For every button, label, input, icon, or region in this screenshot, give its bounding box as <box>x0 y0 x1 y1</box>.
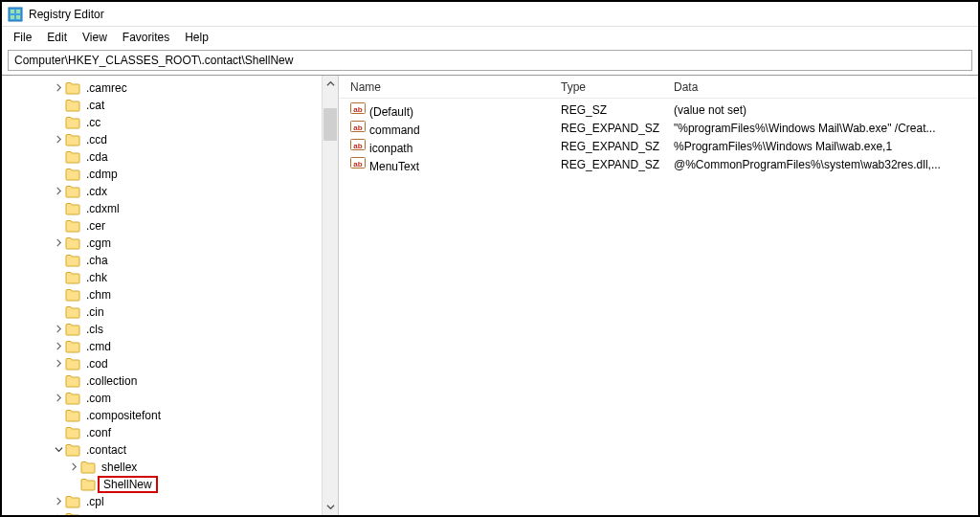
tree-item-label: .compositefont <box>84 409 163 422</box>
tree-item-label: .chk <box>84 271 109 284</box>
tree-item[interactable]: .ccd <box>2 131 338 148</box>
tree-item[interactable]: .cod <box>2 355 338 372</box>
folder-icon <box>65 392 80 405</box>
tree-inner[interactable]: .camrec .cat .cc.ccd .cda .cdmp.cdx .cdx… <box>2 76 338 515</box>
value-type: REG_EXPAND_SZ <box>555 140 668 153</box>
tree-item[interactable]: .cdmp <box>2 166 338 183</box>
tree-item[interactable]: .cdxml <box>2 200 338 217</box>
value-type: REG_EXPAND_SZ <box>555 122 668 135</box>
tree-item[interactable]: .cha <box>2 252 338 269</box>
tree-item[interactable]: .cat <box>2 97 338 114</box>
tree-item-label: .cdx <box>84 185 109 198</box>
tree-item[interactable]: .collection <box>2 372 338 390</box>
folder-icon <box>65 202 80 215</box>
value-data: @%CommonProgramFiles%\system\wab32res.dl… <box>668 158 978 171</box>
tree-item[interactable]: .cmd <box>2 338 338 355</box>
string-value-icon: ab <box>350 119 366 134</box>
registry-editor-window: Registry Editor File Edit View Favorites… <box>0 0 980 517</box>
tree-item-label: .cod <box>84 357 110 371</box>
tree-scrollbar[interactable] <box>322 76 338 515</box>
tree-item[interactable]: .compositefont <box>2 407 338 424</box>
tree-item[interactable]: .camrec <box>2 79 338 97</box>
folder-icon <box>65 443 80 457</box>
scroll-up-icon[interactable] <box>323 76 338 92</box>
window-title: Registry Editor <box>29 8 104 21</box>
menu-edit[interactable]: Edit <box>39 29 75 46</box>
menu-view[interactable]: View <box>75 29 115 46</box>
tree-item-label: .cat <box>84 99 106 112</box>
folder-icon <box>80 478 96 491</box>
menu-help[interactable]: Help <box>177 29 216 46</box>
svg-text:ab: ab <box>353 160 362 169</box>
tree-item[interactable]: .chk <box>2 269 338 286</box>
chevron-right-icon[interactable] <box>52 238 65 249</box>
chevron-right-icon[interactable] <box>52 83 65 94</box>
tree-item[interactable]: .cdx <box>2 183 338 200</box>
scroll-down-icon[interactable] <box>323 499 338 515</box>
chevron-right-icon[interactable] <box>67 462 80 473</box>
tree-item-label: .cda <box>84 150 110 164</box>
regedit-icon <box>8 7 23 22</box>
string-value-icon: ab <box>350 155 366 170</box>
folder-icon <box>65 374 80 388</box>
value-row[interactable]: abiconpathREG_EXPAND_SZ%ProgramFiles%\Wi… <box>339 137 978 155</box>
value-name: iconpath <box>369 142 412 155</box>
tree-item[interactable]: .cls <box>2 321 338 338</box>
folder-icon <box>65 409 80 422</box>
svg-rect-2 <box>16 10 20 13</box>
menu-favorites[interactable]: Favorites <box>115 29 177 46</box>
folder-icon <box>65 323 80 336</box>
tree-item[interactable]: .cin <box>2 303 338 321</box>
tree-item[interactable]: .com <box>2 390 338 407</box>
value-data: %ProgramFiles%\Windows Mail\wab.exe,1 <box>668 140 978 153</box>
folder-icon <box>65 512 80 515</box>
chevron-right-icon[interactable] <box>52 514 65 516</box>
value-row[interactable]: abMenuTextREG_EXPAND_SZ@%CommonProgramFi… <box>339 155 978 173</box>
folder-icon <box>65 357 80 371</box>
folder-icon <box>65 305 80 319</box>
menu-file[interactable]: File <box>6 29 39 46</box>
tree-item-label: .cmd <box>84 340 113 353</box>
chevron-right-icon[interactable] <box>52 135 65 146</box>
chevron-right-icon[interactable] <box>52 342 65 352</box>
tree-item-label: ShellNew <box>100 478 156 491</box>
scroll-thumb[interactable] <box>323 108 337 141</box>
chevron-right-icon[interactable] <box>52 325 65 335</box>
value-data: (value not set) <box>668 103 978 117</box>
tree-item[interactable]: .conf <box>2 424 338 441</box>
tree-item-label: .cin <box>84 305 106 319</box>
tree-item[interactable]: ShellNew <box>2 476 338 493</box>
header-type[interactable]: Type <box>555 80 668 94</box>
chevron-right-icon[interactable] <box>52 359 65 370</box>
chevron-right-icon[interactable] <box>52 187 65 197</box>
tree-item[interactable]: .cpp <box>2 510 338 515</box>
tree-item-label: .conf <box>84 426 113 439</box>
tree-item[interactable]: .cc <box>2 114 338 131</box>
value-row[interactable]: abcommandREG_EXPAND_SZ"%programFiles%\Wi… <box>339 119 978 137</box>
value-row[interactable]: ab(Default)REG_SZ(value not set) <box>339 101 978 119</box>
tree-item-label: .camrec <box>84 81 129 95</box>
chevron-right-icon[interactable] <box>52 393 65 404</box>
menubar: File Edit View Favorites Help <box>2 27 978 48</box>
svg-text:ab: ab <box>353 105 362 114</box>
tree-item-label: .chm <box>84 288 113 302</box>
tree-item[interactable]: .cer <box>2 217 338 235</box>
address-bar[interactable]: Computer\HKEY_CLASSES_ROOT\.contact\Shel… <box>8 50 972 71</box>
tree-item-label: .cer <box>84 219 107 233</box>
values-body[interactable]: ab(Default)REG_SZ(value not set)abcomman… <box>339 99 978 515</box>
tree-item[interactable]: shellex <box>2 459 338 476</box>
header-name[interactable]: Name <box>345 80 555 94</box>
tree-item[interactable]: .cpl <box>2 493 338 510</box>
chevron-down-icon[interactable] <box>52 445 65 456</box>
chevron-right-icon[interactable] <box>52 497 65 507</box>
tree-item[interactable]: .contact <box>2 441 338 459</box>
tree-item[interactable]: .cda <box>2 148 338 166</box>
values-pane: Name Type Data ab(Default)REG_SZ(value n… <box>339 76 978 515</box>
values-header[interactable]: Name Type Data <box>339 76 978 99</box>
tree-item[interactable]: .cgm <box>2 235 338 252</box>
header-data[interactable]: Data <box>668 80 978 94</box>
tree-item[interactable]: .chm <box>2 286 338 303</box>
scroll-track[interactable] <box>323 92 338 499</box>
tree-item-label: .cha <box>84 254 110 267</box>
string-value-icon: ab <box>350 101 366 116</box>
